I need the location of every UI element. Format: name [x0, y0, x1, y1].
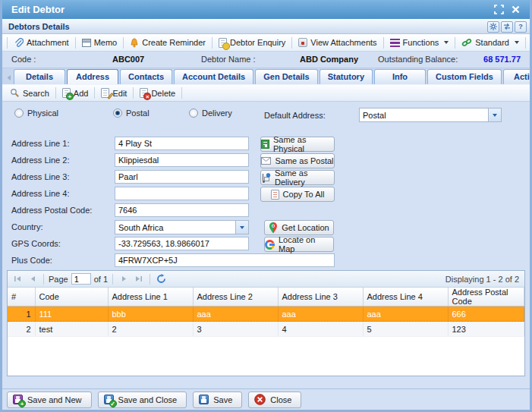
gps-coords-input[interactable]	[115, 237, 249, 250]
radio-physical[interactable]: Physical	[14, 109, 58, 118]
attachment-button[interactable]: Attachment	[9, 36, 74, 49]
grid-refresh-button[interactable]	[155, 273, 167, 285]
combo-dropdown-button[interactable]	[235, 221, 248, 234]
next-page-button[interactable]	[118, 273, 130, 285]
default-address-label: Default Address:	[264, 111, 326, 120]
hand-truck-icon	[261, 173, 271, 183]
tab-statutory[interactable]: Statutory	[320, 69, 373, 84]
same-as-postal-label: Same as Postal	[275, 156, 333, 165]
save-and-close-button[interactable]: ✓ Save and Close	[98, 392, 187, 408]
memo-button[interactable]: Memo	[77, 36, 122, 49]
col-header-address-line-1[interactable]: Address Line 1	[108, 288, 193, 307]
swap-arrows-icon	[503, 23, 511, 30]
combo-dropdown-button[interactable]	[488, 109, 501, 121]
locate-on-map-button[interactable]: Locate on Map	[264, 237, 334, 252]
tab-contacts[interactable]: Contacts	[120, 69, 172, 84]
footer-button-bar: + Save and New ✓ Save and Close Save Clo…	[2, 388, 530, 410]
default-address-combo[interactable]: Postal	[359, 108, 502, 122]
pager-separator	[150, 274, 150, 285]
delete-label: Delete	[151, 89, 175, 98]
page-label: Page	[49, 275, 68, 284]
postal-code-label: Address Postal Code:	[11, 206, 92, 215]
close-button[interactable]: Close	[248, 392, 301, 408]
prev-page-button[interactable]	[27, 273, 39, 285]
col-header-address-line-3[interactable]: Address Line 3	[278, 288, 363, 307]
last-page-button[interactable]	[133, 273, 145, 285]
get-location-button[interactable]: Get Location	[264, 220, 334, 235]
functions-menu-icon	[390, 39, 400, 47]
toolbar-separator	[123, 37, 124, 49]
copy-to-all-button[interactable]: Copy To All	[260, 187, 335, 202]
table-row[interactable]: 2 test 2 3 4 5 123	[8, 322, 524, 337]
search-icon	[10, 88, 20, 98]
tab-custom-fields[interactable]: Custom Fields	[427, 69, 502, 84]
col-header-index[interactable]: #	[8, 288, 35, 307]
view-attachments-button[interactable]: View Attachments	[294, 36, 381, 49]
debtor-enquiry-button[interactable]: Debtor Enquiry	[214, 36, 290, 49]
addresses-table: # Code Address Line 1 Address Line 2 Add…	[8, 288, 524, 337]
window-close-button[interactable]	[508, 4, 522, 16]
col-header-address-line-2[interactable]: Address Line 2	[193, 288, 278, 307]
address-line-4-input[interactable]	[115, 187, 249, 200]
tab-details[interactable]: Details	[14, 69, 65, 84]
add-button[interactable]: + Add	[58, 86, 93, 99]
same-as-physical-button[interactable]: Same as Physical	[260, 137, 335, 152]
address-line-2-input[interactable]	[115, 153, 249, 167]
page-number-input[interactable]	[71, 273, 91, 285]
toolbar-separator	[75, 37, 76, 49]
table-row-selected[interactable]: 1 111 bbb aaa aaa aaa 666	[8, 307, 524, 322]
google-g-icon	[265, 240, 275, 250]
search-button[interactable]: Search	[5, 86, 54, 99]
tab-address[interactable]: Address	[67, 69, 118, 84]
radio-postal[interactable]: Postal	[113, 109, 150, 118]
add-label: Add	[74, 89, 89, 98]
copy-document-icon	[271, 190, 279, 200]
functions-menu-button[interactable]: Functions	[386, 36, 454, 49]
same-as-delivery-button[interactable]: Same as Delivery	[260, 170, 335, 185]
help-button[interactable]: ?	[515, 21, 527, 33]
attachment-label: Attachment	[27, 38, 69, 47]
radio-delivery[interactable]: Delivery	[189, 109, 232, 118]
postal-code-input[interactable]	[115, 203, 249, 217]
save-and-new-button[interactable]: + Save and New	[7, 392, 92, 408]
gps-coords-label: GPS Coords:	[11, 239, 61, 248]
tab-scroll-left-button[interactable]	[4, 71, 14, 84]
tab-activity[interactable]: Activity	[503, 69, 530, 84]
panel-refresh-button[interactable]	[501, 21, 513, 33]
col-header-code[interactable]: Code	[35, 288, 108, 307]
save-floppy-icon	[199, 395, 209, 404]
code-label: Code :	[11, 55, 36, 64]
copy-to-all-label: Copy To All	[283, 190, 325, 199]
outstanding-balance-value: 68 571.77	[483, 55, 521, 64]
same-as-physical-label: Same as Physical	[273, 135, 334, 153]
settings-button[interactable]	[487, 21, 499, 33]
delete-button[interactable]: × Delete	[135, 86, 180, 99]
save-new-floppy-icon: +	[13, 395, 23, 404]
debtor-name-label: Debtor Name :	[201, 55, 256, 64]
col-header-address-line-4[interactable]: Address Line 4	[363, 288, 448, 307]
building-icon	[261, 140, 269, 149]
toolbar-separator	[55, 87, 56, 99]
first-page-button[interactable]	[11, 273, 24, 285]
tab-info[interactable]: Info	[374, 69, 426, 84]
col-header-postal-code[interactable]: Address Postal Code	[448, 288, 524, 307]
tab-account-details[interactable]: Account Details	[174, 69, 253, 84]
displaying-status: Displaying 1 - 2 of 2	[445, 275, 519, 284]
chevron-down-icon	[493, 114, 497, 117]
country-combo[interactable]: South Africa	[115, 220, 249, 234]
maximize-button[interactable]	[492, 4, 505, 16]
address-line-3-input[interactable]	[115, 170, 249, 184]
standard-menu-button[interactable]: Standard	[457, 36, 524, 49]
plus-code-label: Plus Code:	[11, 256, 52, 265]
save-button[interactable]: Save	[193, 392, 242, 408]
same-as-postal-button[interactable]: Same as Postal	[260, 153, 335, 168]
tab-strip: Details Address Contacts Account Details…	[2, 68, 530, 85]
edit-document-icon	[101, 88, 109, 98]
plus-code-input[interactable]	[115, 253, 335, 267]
create-reminder-button[interactable]: Create Reminder	[125, 36, 210, 49]
edit-button[interactable]: Edit	[96, 86, 131, 99]
alerts-button[interactable]: Alerts	[527, 36, 532, 49]
tab-gen-details[interactable]: Gen Details	[255, 69, 318, 84]
last-page-icon	[135, 275, 143, 282]
address-line-1-input[interactable]	[115, 137, 249, 150]
